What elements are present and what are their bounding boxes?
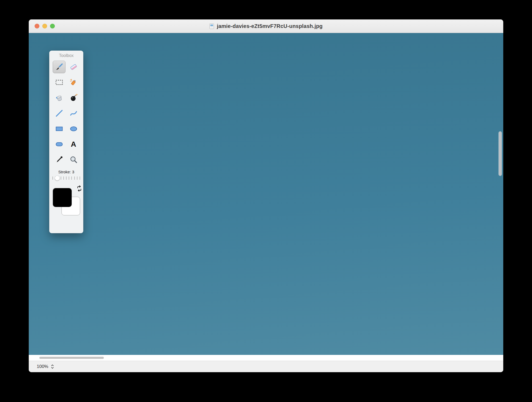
eyedropper-icon bbox=[55, 155, 63, 164]
text-tool-icon: A bbox=[71, 141, 76, 148]
tool-text[interactable]: A bbox=[67, 138, 80, 150]
statusbar: 100% bbox=[29, 361, 503, 372]
tool-magnifier[interactable] bbox=[67, 153, 80, 166]
toolbox-title: Toolbox bbox=[49, 51, 83, 60]
zoom-level: 100% bbox=[37, 364, 48, 369]
document-proxy-icon[interactable] bbox=[209, 23, 215, 29]
tool-rectangle[interactable] bbox=[53, 122, 65, 135]
app-window: jamie-davies-eZt5mvF7RcU-unsplash.jpg To… bbox=[29, 19, 503, 372]
close-button[interactable] bbox=[35, 24, 39, 28]
spray-can-icon bbox=[69, 78, 78, 87]
vertical-scrollbar[interactable] bbox=[499, 132, 502, 176]
tool-line[interactable] bbox=[53, 107, 65, 120]
titlebar[interactable]: jamie-davies-eZt5mvF7RcU-unsplash.jpg bbox=[29, 19, 503, 33]
paint-bucket-icon bbox=[55, 94, 63, 102]
tool-curve[interactable] bbox=[67, 107, 80, 120]
tool-selection[interactable] bbox=[53, 76, 65, 89]
tool-eraser[interactable] bbox=[67, 61, 80, 73]
tool-bomb[interactable] bbox=[67, 92, 80, 104]
tool-spray-can[interactable] bbox=[67, 76, 80, 89]
horizontal-scrollbar-track bbox=[29, 355, 503, 361]
tool-ellipse[interactable] bbox=[67, 122, 80, 135]
tool-grid: A bbox=[49, 60, 83, 166]
zoom-stepper-icon bbox=[51, 364, 54, 370]
selection-marquee-icon bbox=[55, 78, 63, 87]
zoom-stepper[interactable] bbox=[51, 364, 54, 370]
foreground-color-well[interactable] bbox=[53, 188, 72, 207]
horizontal-scrollbar[interactable] bbox=[39, 357, 104, 359]
image-canvas[interactable]: Toolbox bbox=[29, 33, 503, 355]
stroke-slider[interactable] bbox=[52, 175, 80, 181]
magnifier-icon bbox=[69, 155, 78, 164]
ellipse-icon bbox=[69, 125, 78, 133]
color-wells bbox=[52, 185, 81, 219]
tool-paint-bucket[interactable] bbox=[53, 92, 65, 104]
stroke-label: Stroke: 3 bbox=[49, 170, 83, 174]
tool-paintbrush[interactable] bbox=[53, 61, 65, 73]
rounded-rectangle-icon bbox=[55, 140, 63, 148]
minimize-button[interactable] bbox=[42, 24, 47, 28]
traffic-lights bbox=[35, 19, 55, 33]
bomb-icon bbox=[69, 94, 78, 102]
curve-icon bbox=[69, 109, 78, 117]
title-area: jamie-davies-eZt5mvF7RcU-unsplash.jpg bbox=[209, 23, 323, 29]
tool-eyedropper[interactable] bbox=[53, 153, 65, 166]
zoom-button[interactable] bbox=[50, 24, 55, 28]
rectangle-icon bbox=[55, 125, 63, 133]
window-title: jamie-davies-eZt5mvF7RcU-unsplash.jpg bbox=[217, 23, 323, 29]
paintbrush-icon bbox=[55, 63, 63, 71]
eraser-icon bbox=[69, 63, 78, 71]
stroke-slider-thumb[interactable] bbox=[55, 176, 60, 181]
line-icon bbox=[55, 109, 63, 117]
tool-rounded-rectangle[interactable] bbox=[53, 138, 65, 150]
toolbox-palette[interactable]: Toolbox bbox=[49, 51, 83, 233]
swap-colors-icon[interactable] bbox=[76, 185, 83, 192]
